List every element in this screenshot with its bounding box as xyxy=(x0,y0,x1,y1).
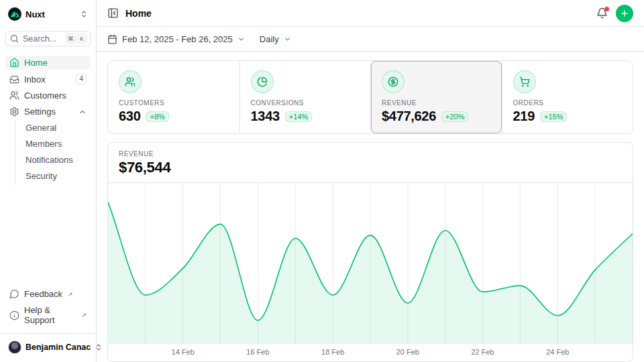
nuxt-logo-icon xyxy=(8,7,21,21)
x-tick-label: 22 Feb xyxy=(471,348,494,356)
chevron-down-icon xyxy=(237,36,245,43)
calendar-icon xyxy=(107,34,117,44)
workspace-switcher[interactable]: Nuxt xyxy=(5,5,91,23)
stat-label: CONVERSIONS xyxy=(251,99,360,107)
stat-icon-wrap xyxy=(119,70,142,93)
sidebar-item-customers[interactable]: Customers xyxy=(5,88,91,103)
sidebar-collapse-button[interactable] xyxy=(107,7,119,19)
sidebar-nav: Home Inbox 4 Customers Settings General … xyxy=(5,56,91,185)
stat-delta-badge: +8% xyxy=(146,111,168,122)
sidebar-item-help-support[interactable]: Help & Support↗ xyxy=(5,303,91,327)
external-link-icon: ↗ xyxy=(81,312,87,318)
x-tick-label: 24 Feb xyxy=(546,348,569,356)
x-tick-label: 16 Feb xyxy=(246,348,269,356)
external-link-icon: ↗ xyxy=(68,291,73,298)
stat-value: 1343 xyxy=(251,109,280,124)
sidebar-item-label: Inbox xyxy=(24,74,46,84)
stat-label: REVENUE xyxy=(382,99,491,107)
page-title: Home xyxy=(125,8,152,19)
user-menu[interactable]: Benjamin Canac xyxy=(5,338,91,357)
chevron-up-icon xyxy=(78,108,87,116)
notifications-button[interactable] xyxy=(596,7,608,19)
revenue-chart[interactable] xyxy=(108,183,633,344)
add-button[interactable] xyxy=(616,5,633,22)
message-circle-icon xyxy=(9,289,19,299)
period-value: Daily xyxy=(260,34,279,44)
workspace-name: Nuxt xyxy=(25,9,45,19)
sidebar-item-home[interactable]: Home xyxy=(5,56,91,70)
sidebar-spacer xyxy=(5,185,91,287)
sidebar-item-general[interactable]: General xyxy=(15,121,91,135)
stat-icon-wrap xyxy=(382,70,405,93)
stat-value: 630 xyxy=(119,109,140,124)
user-name: Benjamin Canac xyxy=(25,343,91,352)
stat-card-orders[interactable]: ORDERS 219 +15% xyxy=(502,61,633,133)
sidebar-item-label: Help & Support xyxy=(24,305,76,325)
dashboard-content: CUSTOMERS 630 +8% CONVERSIONS 1343 +14% xyxy=(97,52,644,362)
sidebar: Nuxt Search... ⌘ K Home Inbox 4 Customer… xyxy=(0,0,97,362)
x-tick-label: 14 Feb xyxy=(172,348,195,356)
revenue-chart-svg xyxy=(108,183,633,344)
sidebar-item-security[interactable]: Security xyxy=(15,169,91,183)
gear-icon xyxy=(9,107,19,117)
inbox-count-badge: 4 xyxy=(76,74,87,84)
search-icon xyxy=(9,34,19,44)
stat-label: ORDERS xyxy=(513,99,623,107)
search-placeholder: Search... xyxy=(23,34,56,44)
sidebar-item-label: Feedback xyxy=(24,289,62,299)
panel-left-close-icon xyxy=(107,7,119,19)
kbd-key: K xyxy=(77,34,87,44)
sidebar-item-label: Settings xyxy=(24,107,56,117)
users-icon xyxy=(9,90,19,101)
house-icon xyxy=(9,58,19,68)
stat-icon-wrap xyxy=(513,70,536,93)
stat-card-conversions[interactable]: CONVERSIONS 1343 +14% xyxy=(239,61,371,133)
x-tick-label: 20 Feb xyxy=(396,348,419,356)
sidebar-item-notifications[interactable]: Notifications xyxy=(15,153,91,167)
top-header: Home xyxy=(97,0,644,27)
inbox-icon xyxy=(9,74,19,84)
stat-card-customers[interactable]: CUSTOMERS 630 +8% xyxy=(108,61,239,133)
x-tick-label: 18 Feb xyxy=(321,348,344,356)
plus-icon xyxy=(620,9,629,18)
notification-dot xyxy=(604,7,609,11)
shopping-cart-icon xyxy=(519,76,530,87)
avatar xyxy=(8,341,21,354)
header-actions xyxy=(596,5,633,22)
users-icon xyxy=(125,76,136,87)
pie-chart-icon xyxy=(257,76,268,87)
sidebar-item-members[interactable]: Members xyxy=(15,137,91,151)
stat-value: $477,626 xyxy=(382,109,436,124)
stat-label: CUSTOMERS xyxy=(119,99,229,107)
sidebar-divider xyxy=(0,333,96,334)
search-shortcut: ⌘ K xyxy=(66,34,87,44)
filters-toolbar: Feb 12, 2025 - Feb 26, 2025 Daily xyxy=(97,27,644,52)
stat-delta-badge: +14% xyxy=(285,111,312,122)
x-axis: 14 Feb16 Feb18 Feb20 Feb22 Feb24 Feb xyxy=(108,344,633,361)
sidebar-item-label: Customers xyxy=(24,90,66,101)
chevron-down-icon xyxy=(284,36,291,43)
nuxt-logo-glyph xyxy=(11,11,19,17)
stat-icon-wrap xyxy=(251,70,274,93)
dollar-circle-icon xyxy=(388,76,398,87)
search-input[interactable]: Search... ⌘ K xyxy=(5,31,91,46)
chevrons-up-down-icon xyxy=(80,10,88,18)
sidebar-item-feedback[interactable]: Feedback↗ xyxy=(5,287,91,301)
stat-delta-badge: +20% xyxy=(441,111,468,122)
stat-delta-badge: +15% xyxy=(540,111,567,122)
main-area: Home Feb 12, 2025 - Feb 26, 2025 Daily xyxy=(97,0,644,362)
sidebar-item-inbox[interactable]: Inbox 4 xyxy=(5,72,91,86)
stat-value: 219 xyxy=(513,109,535,124)
stats-row: CUSTOMERS 630 +8% CONVERSIONS 1343 +14% xyxy=(107,60,633,134)
date-range-value: Feb 12, 2025 - Feb 26, 2025 xyxy=(122,34,233,44)
stat-card-revenue[interactable]: REVENUE $477,626 +20% xyxy=(370,61,502,133)
kbd-meta: ⌘ xyxy=(66,34,76,44)
sidebar-item-label: Home xyxy=(24,58,48,68)
settings-subnav: General Members Notifications Security xyxy=(15,121,91,185)
sidebar-item-settings[interactable]: Settings xyxy=(5,105,91,119)
date-range-picker[interactable]: Feb 12, 2025 - Feb 26, 2025 xyxy=(107,34,245,44)
period-select[interactable]: Daily xyxy=(260,34,291,44)
info-circle-icon xyxy=(9,310,19,320)
chart-header: REVENUE $76,544 xyxy=(108,143,633,183)
chart-value: $76,544 xyxy=(119,159,622,176)
